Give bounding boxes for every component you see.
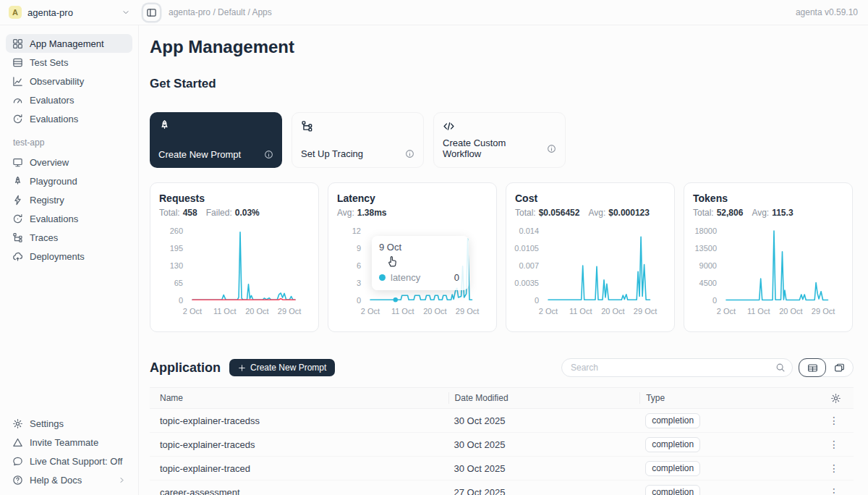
app-name-cell: topic-explainer-traceds bbox=[150, 439, 448, 450]
y-tick: 0.0035 bbox=[514, 279, 539, 287]
hand-cursor-icon bbox=[386, 253, 399, 268]
y-tick: 0.014 bbox=[519, 227, 539, 235]
table-header: Name Date Modified Type bbox=[150, 387, 854, 409]
date-modified-cell: 30 Oct 2025 bbox=[448, 415, 640, 426]
sidebar-item-label: Registry bbox=[30, 195, 64, 206]
help-icon bbox=[12, 475, 23, 486]
type-badge: completion bbox=[645, 461, 700, 476]
sidebar-item-observability[interactable]: Observability bbox=[6, 72, 132, 90]
kebab-menu-icon[interactable]: ⋮ bbox=[829, 487, 839, 495]
get-started-card-set-up-tracing[interactable]: Set Up Tracing bbox=[292, 112, 424, 168]
kebab-menu-icon[interactable]: ⋮ bbox=[829, 439, 839, 449]
y-tick: 13500 bbox=[694, 244, 717, 253]
x-tick: 11 Oct bbox=[213, 307, 237, 316]
sidebar-item-evaluators[interactable]: Evaluators bbox=[6, 90, 132, 109]
x-axis: 2 Oct11 Oct20 Oct29 Oct bbox=[723, 305, 833, 317]
sidebar-app-item-deployments[interactable]: Deployments bbox=[6, 247, 132, 266]
table-row[interactable]: topic-explainer-tracedss 30 Oct 2025 com… bbox=[150, 409, 854, 433]
y-tick: 0.007 bbox=[519, 261, 539, 270]
workspace-selector[interactable]: A agenta-pro bbox=[0, 6, 139, 19]
chart-title: Requests bbox=[159, 192, 310, 204]
sidebar-item-test-sets[interactable]: Test Sets bbox=[6, 53, 132, 72]
stat-pair: Failed:0.03% bbox=[206, 208, 260, 218]
x-tick: 2 Oct bbox=[361, 307, 380, 316]
chart-title: Tokens bbox=[693, 192, 843, 204]
sidebar-app-item-playground[interactable]: Playground bbox=[6, 172, 132, 190]
chart-plot: 2 Oct11 Oct20 Oct29 Oct bbox=[545, 228, 655, 303]
sidebar-app-item-overview[interactable]: Overview bbox=[6, 153, 132, 172]
sidebar-item-label: Overview bbox=[30, 157, 69, 168]
sidebar-footer-item-live-chat-support-off[interactable]: Live Chat Support: Off bbox=[6, 452, 132, 470]
chart-line-failed bbox=[192, 299, 295, 300]
table-view-button[interactable] bbox=[799, 358, 826, 377]
x-tick: 29 Oct bbox=[456, 307, 479, 316]
refresh-icon bbox=[12, 213, 23, 224]
chart-plot: 2 Oct11 Oct20 Oct29 Oct bbox=[723, 228, 833, 303]
table-row[interactable]: topic-explainer-traced 30 Oct 2025 compl… bbox=[150, 457, 854, 481]
sidebar-item-label: Traces bbox=[30, 232, 58, 243]
search-icon bbox=[775, 363, 786, 373]
sidebar-item-label: Help & Docs bbox=[30, 475, 82, 486]
stat-pair: Avg:115.3 bbox=[752, 208, 793, 218]
table-body: topic-explainer-tracedss 30 Oct 2025 com… bbox=[150, 409, 854, 495]
sidebar-footer-item-settings[interactable]: Settings bbox=[6, 414, 132, 433]
create-new-prompt-button[interactable]: Create New Prompt bbox=[229, 359, 335, 376]
tooltip-series-label: latency bbox=[391, 272, 420, 283]
card-label: Set Up Tracing bbox=[301, 148, 363, 159]
column-date-modified: Date Modified bbox=[448, 392, 640, 404]
metrics-charts: Requests Total:458Failed:0.03% 260195130… bbox=[150, 182, 854, 332]
sidebar-app-item-evaluations[interactable]: Evaluations bbox=[6, 209, 132, 228]
sidebar-footer-item-help-docs[interactable]: Help & Docs bbox=[6, 470, 132, 489]
breadcrumb: agenta-pro / Default / Apps bbox=[169, 7, 272, 17]
y-tick: 65 bbox=[174, 279, 183, 287]
sidebar-item-label: Observability bbox=[30, 76, 84, 87]
tree-icon bbox=[301, 120, 313, 132]
highlighted-point bbox=[393, 297, 398, 302]
sidebar-item-label: Settings bbox=[30, 418, 64, 429]
sidebar-footer-item-invite-teammate[interactable]: Invite Teammate bbox=[6, 433, 132, 452]
date-modified-cell: 27 Oct 2025 bbox=[448, 487, 640, 495]
chart-plot: 2 Oct11 Oct20 Oct29 Oct bbox=[190, 228, 299, 303]
view-toggle bbox=[799, 358, 854, 377]
sidebar-item-label: Deployments bbox=[30, 251, 85, 262]
y-tick: 9000 bbox=[699, 261, 717, 270]
type-badge: completion bbox=[645, 437, 700, 452]
x-tick: 20 Oct bbox=[423, 307, 446, 316]
chart-stats: Avg:1.38ms bbox=[337, 208, 488, 218]
plus-icon bbox=[238, 364, 246, 372]
kebab-menu-icon[interactable]: ⋮ bbox=[829, 415, 839, 426]
date-modified-cell: 30 Oct 2025 bbox=[448, 439, 640, 450]
y-axis: 0.0140.01050.0070.00350 bbox=[515, 228, 545, 303]
kebab-menu-icon[interactable]: ⋮ bbox=[829, 463, 839, 473]
table-row[interactable]: career-assessment 27 Oct 2025 completion… bbox=[150, 481, 854, 495]
y-tick: 0 bbox=[179, 296, 183, 305]
card-view-button[interactable] bbox=[825, 358, 853, 377]
app-name-cell: topic-explainer-traced bbox=[150, 463, 448, 474]
triangle-icon bbox=[12, 437, 23, 448]
create-button-label: Create New Prompt bbox=[250, 363, 326, 373]
get-started-card-create-custom-workflow[interactable]: Create Custom Workflow bbox=[433, 112, 566, 168]
get-started-title: Get Started bbox=[150, 76, 854, 92]
sidebar-toggle-button[interactable] bbox=[143, 4, 160, 21]
sidebar-group-label: test-app bbox=[13, 138, 132, 148]
y-tick: 3 bbox=[357, 279, 361, 287]
code-icon bbox=[443, 120, 455, 132]
table-row[interactable]: topic-explainer-traceds 30 Oct 2025 comp… bbox=[150, 433, 854, 457]
x-tick: 2 Oct bbox=[183, 307, 202, 316]
main-content: App Management Get Started Create New Pr… bbox=[139, 25, 868, 495]
x-tick: 29 Oct bbox=[812, 307, 835, 316]
y-tick: 4500 bbox=[699, 279, 717, 287]
search-input[interactable] bbox=[561, 358, 793, 377]
type-badge: completion bbox=[645, 413, 700, 428]
get-started-card-create-new-prompt[interactable]: Create New Prompt bbox=[150, 112, 282, 168]
chart-line-tokens bbox=[726, 231, 828, 300]
y-tick: 0.0105 bbox=[514, 244, 539, 253]
sidebar-app-item-registry[interactable]: Registry bbox=[6, 190, 132, 209]
sidebar-app-item-traces[interactable]: Traces bbox=[6, 228, 132, 247]
sidebar-item-label: App Management bbox=[30, 38, 104, 49]
get-started-cards: Create New Prompt Set Up Tracing Create … bbox=[150, 112, 854, 168]
sidebar-item-evaluations[interactable]: Evaluations bbox=[6, 109, 132, 128]
sidebar-item-app-management[interactable]: App Management bbox=[6, 34, 132, 53]
table-settings-gear-icon[interactable] bbox=[830, 393, 841, 404]
sidebar-item-label: Playground bbox=[30, 176, 77, 187]
